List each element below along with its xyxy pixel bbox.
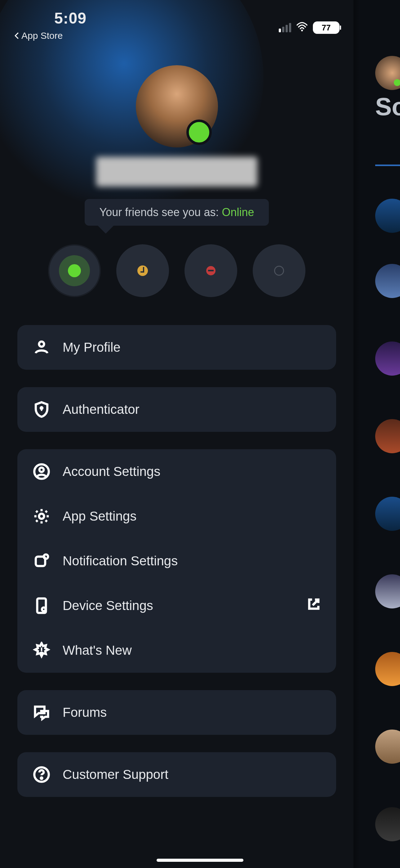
svg-point-12 [41,777,42,779]
svg-point-7 [44,554,48,559]
status-option-online[interactable] [48,244,101,297]
gear-icon [33,507,50,525]
menu-label: Account Settings [63,464,160,479]
menu-label: Authenticator [63,402,139,417]
status-option-invisible[interactable] [253,244,305,297]
shield-icon [33,401,50,418]
menu-item-authenticator[interactable]: Authenticator [18,387,336,432]
menu-label: Notification Settings [63,554,178,568]
menu-item-notification-settings[interactable]: Notification Settings [18,538,336,583]
cellular-signal-icon [279,23,291,32]
menu-label: Customer Support [63,767,168,782]
menu-label: Device Settings [63,598,153,613]
status-selector [48,244,305,297]
menu-item-whats-new[interactable]: What's New [18,628,336,673]
peek-tab-underline [375,164,400,166]
menu-section-settings: Account Settings App Settings Notificati… [18,449,336,673]
menu-item-device-settings[interactable]: Device Settings [18,583,336,628]
battery-level: 77 [322,23,331,33]
svg-point-4 [39,468,44,472]
menu-section-support: Customer Support [18,752,336,797]
user-avatar[interactable] [136,65,218,148]
peek-heading: So [375,93,400,121]
peek-friend-avatar-5 [375,652,400,686]
svg-point-5 [39,514,44,519]
svg-point-10 [41,653,42,654]
peek-presence-dot-icon [394,79,400,86]
status-time: 5:09 [54,9,87,27]
notification-icon [33,552,50,570]
svg-point-9 [42,608,45,611]
external-link-icon [307,597,321,614]
peek-friend-avatar-4 [375,574,400,609]
menu-label: What's New [63,643,132,658]
peek-friend-avatar-3 [375,419,400,453]
svg-point-2 [41,407,42,409]
svg-point-1 [39,341,44,346]
background-peek-panel[interactable]: So [354,0,400,868]
username-redacted [96,157,257,187]
account-circle-icon [33,463,50,480]
peek-friend-avatar-1 [375,264,400,298]
status-bar: 5:09 App Store 77 [0,0,354,46]
status-option-busy[interactable] [185,244,237,297]
status-value: Online [222,206,254,219]
menu-section-auth: Authenticator [18,387,336,432]
device-icon [33,597,50,614]
drawer-panel: 5:09 App Store 77 Your friends see you a… [0,0,354,868]
burst-icon [33,642,50,659]
presence-dot-icon [186,120,212,145]
home-indicator[interactable] [157,859,243,862]
menu-section-forums: Forums [18,690,336,735]
peek-generic-avatar [375,199,400,233]
menu-label: App Settings [63,509,136,524]
menu-label: My Profile [63,340,121,355]
battery-indicator: 77 [313,22,339,34]
wifi-icon [296,21,308,34]
menu-label: Forums [63,705,107,720]
chat-icon [33,704,50,721]
peek-friend-avatar-6 [375,730,400,764]
back-label: App Store [22,30,63,41]
menu-item-forums[interactable]: Forums [18,690,336,735]
menu-item-app-settings[interactable]: App Settings [18,494,336,538]
status-tooltip: Your friends see you as: Online [85,199,269,226]
back-to-app-store[interactable]: App Store [14,30,87,41]
status-option-away[interactable] [116,244,169,297]
peek-friend-avatar-7 [375,807,400,841]
peek-friend-avatar-2 [375,341,400,376]
menu-item-my-profile[interactable]: My Profile [18,325,336,370]
menu-item-account-settings[interactable]: Account Settings [18,449,336,494]
status-prefix: Your friends see you as: [100,206,222,219]
svg-point-0 [301,30,303,31]
menu-section-profile: My Profile [18,325,336,370]
peek-generic-avatar-2 [375,497,400,531]
user-icon [33,339,50,356]
menu-item-customer-support[interactable]: Customer Support [18,752,336,797]
help-icon [33,766,50,783]
